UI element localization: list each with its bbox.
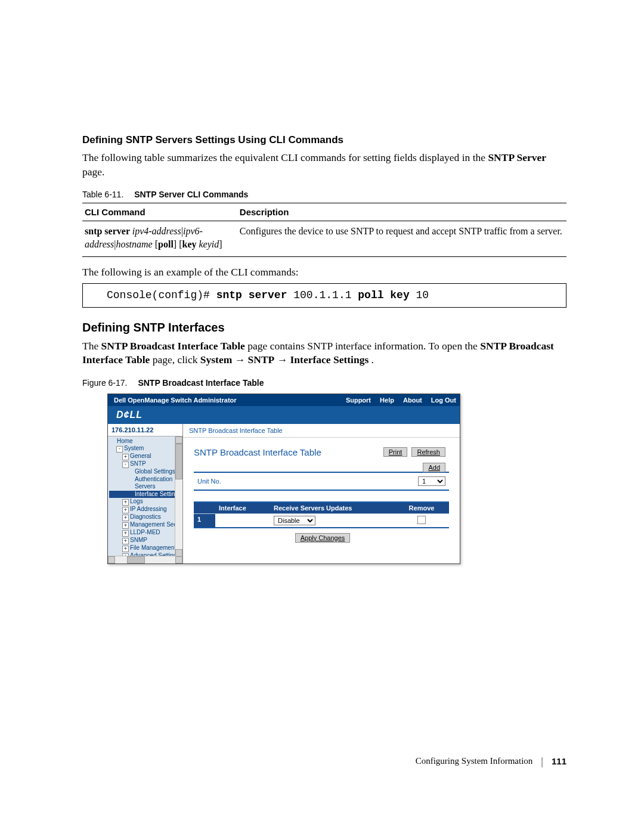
- embedded-ui-screenshot: Dell OpenManage Switch Administrator Sup…: [107, 394, 460, 564]
- scroll-right-icon[interactable]: [175, 556, 182, 563]
- scroll-thumb[interactable]: [127, 556, 145, 563]
- footer-section: Configuring System Information: [416, 756, 533, 766]
- tree-label: Authentication: [135, 476, 172, 482]
- tree-node[interactable]: Servers: [109, 483, 182, 491]
- tree-hscrollbar[interactable]: [108, 556, 182, 563]
- table-row: 1 Disable: [194, 513, 449, 527]
- syntax-arg: ipv4-address: [132, 226, 181, 236]
- footer-page-number: 111: [552, 756, 566, 766]
- tree-label: File Management: [130, 544, 176, 551]
- print-button[interactable]: Print: [383, 447, 408, 457]
- tree-label: Home: [117, 438, 133, 444]
- code-example: Console(config)# sntp server 100.1.1.1 p…: [82, 283, 566, 308]
- follow-text: The following is an example of the CLI c…: [82, 265, 566, 280]
- row-rsu-cell: Disable: [270, 513, 394, 527]
- p-text: .: [371, 354, 374, 366]
- tree-expand-icon[interactable]: -: [122, 462, 129, 468]
- tree-label: SNTP: [130, 460, 146, 467]
- th-cli-command: CLI Command: [82, 203, 237, 221]
- tree-node[interactable]: +Diagnostics: [109, 513, 182, 521]
- syntax-bracket: ]: [219, 239, 222, 249]
- interface-table: Interface Receive Servers Updates Remove…: [194, 501, 449, 528]
- breadcrumb: SNTP Broadcast Interface Table: [183, 424, 460, 438]
- code-prompt: Console(config)#: [107, 289, 216, 301]
- tree-expand-icon[interactable]: +: [122, 454, 129, 460]
- p-text: page, click: [153, 354, 200, 366]
- apply-changes-button[interactable]: Apply Changes: [295, 533, 351, 543]
- tree-expand-icon[interactable]: +: [122, 507, 129, 513]
- tree-expand-icon[interactable]: +: [122, 522, 129, 529]
- tree-node[interactable]: Interface Setting: [109, 491, 182, 498]
- tree-node[interactable]: +Management Securit: [109, 521, 182, 529]
- tree-node[interactable]: +Logs: [109, 498, 182, 506]
- add-button[interactable]: Add: [423, 463, 445, 472]
- sidebar: 176.210.11.22 Home-System+General-SNTPGl…: [108, 424, 183, 563]
- tree-label: Logs: [130, 498, 143, 504]
- header-links: Support Help About Log Out: [339, 397, 456, 404]
- tree-expand-icon[interactable]: +: [122, 546, 129, 552]
- tree-expand-icon[interactable]: +: [122, 515, 129, 521]
- p-text: page contains SNTP interface information…: [247, 340, 480, 352]
- brand-logo: D¢LL: [108, 406, 460, 424]
- cli-syntax-cell: sntp server ipv4-address|ipv6-address|ho…: [82, 221, 237, 257]
- tree-node[interactable]: -SNTP: [109, 460, 182, 468]
- scroll-up-icon[interactable]: [175, 436, 182, 444]
- scroll-thumb[interactable]: [175, 444, 182, 479]
- syntax-arg: hostname: [116, 239, 152, 249]
- th-index: [194, 503, 215, 513]
- cli-command-table: CLI Command Description sntp server ipv4…: [82, 203, 566, 257]
- tree-node[interactable]: Home: [109, 438, 182, 445]
- intro-text-bold: SNTP Server: [488, 151, 546, 163]
- code-arg: 10: [410, 289, 429, 301]
- unit-select[interactable]: 1: [418, 476, 445, 486]
- p-bold: SNTP: [248, 354, 275, 366]
- p-text: The: [82, 340, 101, 352]
- tree-node[interactable]: +File Management: [109, 544, 182, 552]
- cli-desc-cell: Configures the device to use SNTP to req…: [237, 221, 566, 257]
- tree-label: System: [124, 445, 144, 451]
- p-arrow: →: [277, 354, 290, 366]
- device-ip: 176.210.11.22: [108, 424, 182, 436]
- intro-text-a: The following table summarizes the equiv…: [82, 151, 488, 163]
- code-keyword: sntp server: [216, 289, 287, 301]
- syntax-bracket: [: [153, 239, 158, 249]
- intro-paragraph: The following table summarizes the equiv…: [82, 151, 566, 179]
- topic-heading-interfaces: Defining SNTP Interfaces: [82, 321, 566, 335]
- row-remove-cell: [394, 513, 449, 527]
- tree-node[interactable]: -System: [109, 445, 182, 453]
- section-heading-cli: Defining SNTP Servers Settings Using CLI…: [82, 134, 566, 146]
- p-bold: System: [200, 354, 232, 366]
- remove-checkbox[interactable]: [417, 516, 426, 524]
- tree-expand-icon[interactable]: +: [122, 538, 129, 544]
- scroll-left-icon[interactable]: [108, 556, 115, 563]
- tree-expand-icon[interactable]: -: [116, 446, 123, 453]
- table-caption-title: SNTP Server CLI Commands: [134, 190, 248, 199]
- about-link[interactable]: About: [403, 397, 422, 404]
- tree-node[interactable]: +LLDP-MED: [109, 529, 182, 537]
- th-interface: Interface: [215, 503, 270, 513]
- figure-caption: Figure 6-17. SNTP Broadcast Interface Ta…: [82, 378, 566, 388]
- tree-node[interactable]: +General: [109, 453, 182, 460]
- table-caption-num: Table 6-11.: [82, 190, 123, 199]
- refresh-button[interactable]: Refresh: [411, 447, 445, 457]
- tree-node[interactable]: Authentication: [109, 476, 182, 484]
- table-row: sntp server ipv4-address|ipv6-address|ho…: [82, 221, 566, 257]
- logout-link[interactable]: Log Out: [431, 397, 456, 404]
- syntax-arg: keyid: [199, 239, 219, 249]
- help-link[interactable]: Help: [380, 397, 394, 404]
- receive-updates-select[interactable]: Disable: [274, 516, 315, 525]
- tree-expand-icon[interactable]: +: [122, 530, 129, 537]
- p-bold: SNTP Broadcast Interface Table: [101, 340, 245, 352]
- tree-label: LLDP-MED: [130, 529, 160, 535]
- tree-vscrollbar[interactable]: [175, 436, 182, 556]
- tree-node[interactable]: +SNMP: [109, 537, 182, 544]
- syntax-kw: sntp server: [85, 226, 132, 236]
- tree-expand-icon[interactable]: +: [122, 499, 129, 506]
- figure-caption-title: SNTP Broadcast Interface Table: [138, 378, 264, 388]
- tree-node[interactable]: Global Settings: [109, 468, 182, 476]
- tree-node[interactable]: +IP Addressing: [109, 506, 182, 513]
- syntax-bracket: ] [: [174, 239, 182, 249]
- nav-tree[interactable]: Home-System+General-SNTPGlobal SettingsA…: [108, 436, 182, 563]
- support-link[interactable]: Support: [346, 397, 371, 404]
- window-title: Dell OpenManage Switch Administrator: [114, 397, 237, 404]
